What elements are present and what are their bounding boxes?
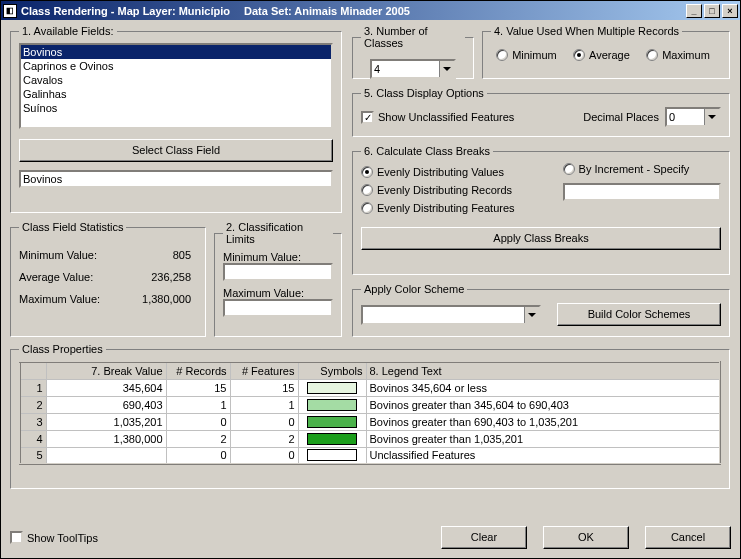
- maximize-button[interactable]: □: [704, 4, 720, 18]
- radio-average[interactable]: Average: [573, 49, 630, 61]
- limits-min-input[interactable]: [223, 263, 333, 281]
- available-fields-legend: 1. Available Fields:: [19, 25, 117, 37]
- title-dataset: Data Set: Animais Minader 2005: [244, 5, 410, 17]
- limits-min-label: Minimum Value:: [223, 251, 333, 263]
- multi-group: 4. Value Used When Multiple Records Mini…: [482, 25, 730, 79]
- column-header[interactable]: # Features: [230, 362, 298, 379]
- stats-legend: Class Field Statistics: [19, 221, 126, 233]
- titlebar: ◧ Class Rendering - Map Layer: Município…: [1, 1, 740, 20]
- table-row[interactable]: 2690,40311Bovinos greater than 345,604 t…: [20, 396, 720, 413]
- chevron-down-icon: [704, 109, 719, 125]
- radio-break-option[interactable]: Evenly Distributing Records: [361, 184, 512, 196]
- multi-legend: 4. Value Used When Multiple Records: [491, 25, 682, 37]
- apply-class-breaks-button[interactable]: Apply Class Breaks: [361, 227, 721, 250]
- avg-value: 236,258: [109, 271, 191, 283]
- limits-group: 2. Classification Limits Minimum Value: …: [214, 221, 342, 337]
- clear-button[interactable]: Clear: [441, 526, 527, 549]
- chevron-down-icon: [439, 61, 454, 77]
- breaks-group: 6. Calculate Class Breaks Evenly Distrib…: [352, 145, 730, 275]
- limits-max-label: Maximum Value:: [223, 287, 333, 299]
- max-value: 1,380,000: [109, 293, 191, 305]
- breaks-legend: 6. Calculate Class Breaks: [361, 145, 493, 157]
- table-row[interactable]: 1345,6041515Bovinos 345,604 or less: [20, 379, 720, 396]
- min-label: Minimum Value:: [19, 249, 109, 261]
- num-classes-select[interactable]: 4: [370, 59, 456, 79]
- list-item[interactable]: Galinhas: [21, 87, 331, 101]
- limits-max-input[interactable]: [223, 299, 333, 317]
- color-scheme-group: Apply Color Scheme Build Color Schemes: [352, 283, 730, 337]
- chevron-down-icon: [524, 307, 539, 323]
- cancel-button[interactable]: Cancel: [645, 526, 731, 549]
- decimal-places-select[interactable]: 0: [665, 107, 721, 127]
- window: ◧ Class Rendering - Map Layer: Município…: [0, 0, 741, 559]
- table-row[interactable]: 500Unclassified Features: [20, 447, 720, 464]
- column-header[interactable]: 8. Legend Text: [366, 362, 720, 379]
- by-increment-input[interactable]: [563, 183, 721, 201]
- max-label: Maximum Value:: [19, 293, 109, 305]
- show-unclassified-checkbox[interactable]: ✓Show Unclassified Features: [361, 111, 514, 124]
- color-scheme-legend: Apply Color Scheme: [361, 283, 467, 295]
- minimize-button[interactable]: _: [686, 4, 702, 18]
- stats-group: Class Field Statistics Minimum Value:805…: [10, 221, 206, 337]
- selected-field-textbox[interactable]: Bovinos: [19, 170, 333, 188]
- checkbox-box: [10, 531, 23, 544]
- show-tooltips-checkbox[interactable]: Show ToolTips: [10, 531, 98, 544]
- avg-label: Average Value:: [19, 271, 109, 283]
- class-properties-table[interactable]: 7. Break Value# Records# FeaturesSymbols…: [19, 361, 721, 465]
- color-scheme-select[interactable]: [361, 305, 541, 325]
- class-properties-legend: Class Properties: [19, 343, 106, 355]
- decimal-places-label: Decimal Places: [583, 111, 659, 123]
- available-fields-group: 1. Available Fields: BovinosCaprinos e O…: [10, 25, 342, 213]
- list-item[interactable]: Caprinos e Ovinos: [21, 59, 331, 73]
- radio-break-option[interactable]: Evenly Distributing Values: [361, 166, 504, 178]
- num-classes-group: 3. Number of Classes 4: [352, 25, 474, 79]
- build-color-schemes-button[interactable]: Build Color Schemes: [557, 303, 721, 326]
- title-main: Class Rendering - Map Layer: Município: [21, 5, 230, 17]
- table-row[interactable]: 41,380,00022Bovinos greater than 1,035,2…: [20, 430, 720, 447]
- column-header[interactable]: 7. Break Value: [46, 362, 166, 379]
- radio-minimum[interactable]: Minimum: [496, 49, 557, 61]
- list-item[interactable]: Cavalos: [21, 73, 331, 87]
- display-options-legend: 5. Class Display Options: [361, 87, 487, 99]
- app-icon: ◧: [3, 4, 17, 18]
- ok-button[interactable]: OK: [543, 526, 629, 549]
- column-header[interactable]: # Records: [166, 362, 230, 379]
- radio-maximum[interactable]: Maximum: [646, 49, 710, 61]
- fields-listbox[interactable]: BovinosCaprinos e OvinosCavalosGalinhasS…: [19, 43, 333, 129]
- min-value: 805: [109, 249, 191, 261]
- num-classes-legend: 3. Number of Classes: [361, 25, 465, 49]
- select-class-field-button[interactable]: Select Class Field: [19, 139, 333, 162]
- table-row[interactable]: 31,035,20100Bovinos greater than 690,403…: [20, 413, 720, 430]
- list-item[interactable]: Suínos: [21, 101, 331, 115]
- limits-legend: 2. Classification Limits: [223, 221, 333, 245]
- column-header[interactable]: Symbols: [298, 362, 366, 379]
- radio-break-option[interactable]: Evenly Distributing Features: [361, 202, 515, 214]
- display-options-group: 5. Class Display Options ✓Show Unclassif…: [352, 87, 730, 137]
- by-increment-radio[interactable]: By Increment - Specify: [563, 163, 690, 175]
- close-button[interactable]: ×: [722, 4, 738, 18]
- list-item[interactable]: Bovinos: [21, 45, 331, 59]
- class-properties-group: Class Properties 7. Break Value# Records…: [10, 343, 730, 489]
